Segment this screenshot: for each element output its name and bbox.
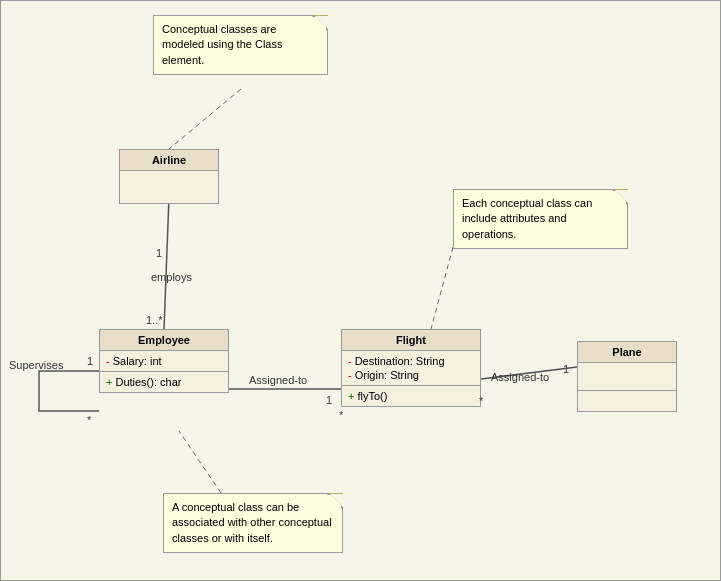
- class-employee[interactable]: Employee - Salary: int + Duties(): char: [99, 329, 229, 393]
- class-flight[interactable]: Flight - Destination: String - Origin: S…: [341, 329, 481, 407]
- class-flight-methods: + flyTo(): [342, 386, 480, 406]
- label-flight-right-mult: *: [479, 395, 483, 407]
- label-airline-mult: 1: [156, 247, 162, 259]
- class-employee-header: Employee: [100, 330, 228, 351]
- class-plane-attrs: [578, 363, 676, 391]
- svg-line-0: [169, 89, 241, 149]
- class-plane-header: Plane: [578, 342, 676, 363]
- class-employee-methods: + Duties(): char: [100, 372, 228, 392]
- diagram-container: Conceptual classes are modeled using the…: [0, 0, 721, 581]
- class-flight-attrs: - Destination: String - Origin: String: [342, 351, 480, 386]
- class-plane[interactable]: Plane: [577, 341, 677, 412]
- label-assigned-to-2: Assigned-to: [491, 371, 549, 383]
- label-employee-right-mult: 1: [326, 394, 332, 406]
- connections-svg: [1, 1, 721, 581]
- note-2: Each conceptual class can include attrib…: [453, 189, 628, 249]
- svg-line-2: [179, 431, 221, 493]
- label-employee-top-mult: 1..*: [146, 314, 163, 326]
- label-plane-left-mult: 1: [563, 363, 569, 375]
- label-supervises-1: 1: [87, 355, 93, 367]
- class-flight-header: Flight: [342, 330, 480, 351]
- label-supervises-star: *: [87, 414, 91, 426]
- class-airline-header: Airline: [120, 150, 218, 171]
- svg-line-3: [164, 197, 169, 329]
- label-supervises: Supervises: [9, 359, 63, 371]
- class-airline-attrs: [120, 171, 218, 203]
- class-airline[interactable]: Airline: [119, 149, 219, 204]
- svg-line-1: [431, 247, 453, 329]
- class-plane-methods: [578, 391, 676, 411]
- label-assigned-to-1: Assigned-to: [249, 374, 307, 386]
- note-1: Conceptual classes are modeled using the…: [153, 15, 328, 75]
- label-flight-left-mult: *: [339, 409, 343, 421]
- label-employs: employs: [151, 271, 192, 283]
- note-3: A conceptual class can be associated wit…: [163, 493, 343, 553]
- class-employee-attrs: - Salary: int: [100, 351, 228, 372]
